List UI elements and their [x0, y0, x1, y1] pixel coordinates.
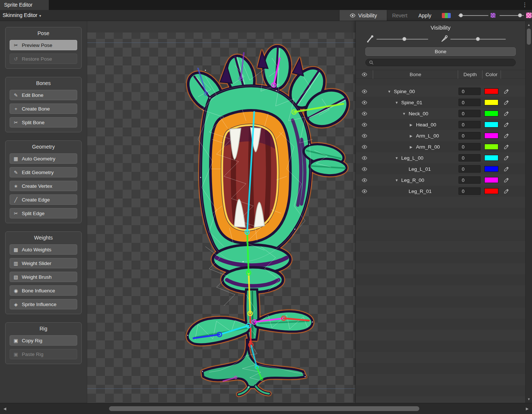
depth-field[interactable]: 0: [458, 121, 481, 128]
vertical-scrollbar[interactable]: ▲ ▼: [525, 21, 532, 403]
apply-button[interactable]: Apply: [414, 10, 436, 21]
bone-color-swatch[interactable]: [484, 166, 498, 172]
scroll-left-arrow[interactable]: ◀: [1, 403, 9, 414]
depth-field[interactable]: 0: [458, 143, 481, 150]
depth-field[interactable]: 0: [458, 154, 481, 162]
bone-color-picker[interactable]: [501, 166, 525, 172]
foldout-open-icon[interactable]: ▼: [395, 156, 401, 160]
bone-color-picker[interactable]: [501, 189, 525, 194]
bone-color-picker[interactable]: [501, 122, 525, 127]
split-edge-button[interactable]: ✂Split Edge: [10, 208, 77, 218]
auto-weights-button[interactable]: ▩Auto Weights: [10, 244, 77, 255]
bone-search-input[interactable]: [376, 60, 512, 65]
bone-color-swatch[interactable]: [484, 88, 498, 94]
paste-rig-button[interactable]: ▣Paste Rig: [10, 349, 77, 359]
bone-color-picker[interactable]: [501, 155, 525, 160]
kebab-menu-icon[interactable]: ⋮: [522, 0, 528, 10]
mesh-opacity-slider[interactable]: [450, 39, 506, 40]
alpha-slider-handle[interactable]: [459, 13, 463, 17]
rgb-channels-icon[interactable]: [442, 13, 451, 18]
mesh-opacity-slider-handle[interactable]: [476, 37, 480, 41]
bone-name[interactable]: Leg_L_00: [401, 155, 423, 161]
mip-slider[interactable]: [499, 15, 524, 16]
copy-rig-button[interactable]: ▣Copy Rig: [10, 335, 77, 346]
color-swatch-icon[interactable]: [491, 13, 495, 18]
scroll-up-arrow[interactable]: ▲: [526, 22, 532, 28]
vertical-scroll-thumb[interactable]: [527, 28, 531, 45]
bone-name[interactable]: Spine_00: [394, 89, 415, 94]
foldout-closed-icon[interactable]: ▶: [410, 123, 416, 127]
visibility-eye-toggle[interactable]: [356, 89, 373, 94]
visibility-eye-toggle[interactable]: [356, 101, 373, 105]
create-vertex-button[interactable]: ∗Create Vertex: [10, 181, 77, 191]
create-edge-button[interactable]: ╱Create Edge: [10, 194, 77, 205]
foldout-open-icon[interactable]: ▼: [395, 178, 401, 182]
auto-geometry-button[interactable]: ▦Auto Geometry: [10, 153, 77, 164]
bone-opacity-slider[interactable]: [376, 39, 428, 40]
restore-pose-button[interactable]: ↺Restore Pose: [10, 54, 77, 64]
depth-field[interactable]: 0: [458, 165, 481, 173]
bone-color-picker[interactable]: [501, 111, 525, 116]
bone-opacity-slider-handle[interactable]: [402, 37, 406, 41]
visibility-eye-toggle[interactable]: [356, 145, 373, 149]
texture-preview-icon[interactable]: [526, 13, 532, 18]
visibility-eye-toggle[interactable]: [356, 134, 373, 138]
bone-color-swatch[interactable]: [484, 133, 498, 139]
bone-name[interactable]: Leg_R_01: [409, 189, 432, 194]
bone-name[interactable]: Neck_00: [409, 111, 428, 116]
visibility-eye-toggle[interactable]: [356, 178, 373, 182]
column-header-depth[interactable]: Depth: [458, 70, 482, 79]
depth-field[interactable]: 0: [458, 110, 481, 117]
bone-color-swatch[interactable]: [484, 122, 498, 128]
foldout-open-icon[interactable]: ▼: [388, 89, 394, 94]
visibility-eye-toggle[interactable]: [356, 156, 373, 160]
split-bone-button[interactable]: ✂Split Bone: [10, 117, 77, 128]
visibility-eye-toggle[interactable]: [356, 112, 373, 116]
bone-color-swatch[interactable]: [484, 155, 498, 161]
edit-bone-button[interactable]: ✎Edit Bone: [10, 90, 77, 100]
sprite-editor-tab[interactable]: Sprite Editor: [0, 0, 49, 10]
scroll-down-arrow[interactable]: ▼: [526, 396, 532, 402]
bone-color-swatch[interactable]: [484, 111, 498, 116]
foldout-closed-icon[interactable]: ▶: [410, 145, 416, 149]
depth-field[interactable]: 0: [458, 132, 481, 139]
mip-slider-handle[interactable]: [518, 13, 522, 17]
bone-color-picker[interactable]: [501, 100, 525, 105]
scroll-right-arrow[interactable]: ▶: [523, 403, 531, 414]
revert-button[interactable]: Revert: [388, 10, 412, 21]
visibility-toggle-button[interactable]: Visibility: [339, 10, 387, 21]
bone-color-picker[interactable]: [501, 144, 525, 149]
bone-name[interactable]: Arm_L_00: [416, 133, 439, 139]
bone-color-swatch[interactable]: [484, 99, 498, 105]
depth-field[interactable]: 0: [458, 88, 481, 95]
mode-dropdown[interactable]: Skinning Editor▾: [3, 10, 41, 21]
visibility-eye-toggle[interactable]: [356, 167, 373, 171]
preview-pose-button[interactable]: ✂Preview Pose: [10, 40, 77, 50]
bone-name[interactable]: Leg_L_01: [409, 166, 431, 172]
bone-tab-button[interactable]: Bone: [365, 47, 516, 56]
bone-name[interactable]: Leg_R_00: [401, 177, 424, 183]
bone-influence-button[interactable]: ◉Bone Influence: [10, 285, 77, 296]
bone-color-swatch[interactable]: [484, 177, 498, 183]
bone-color-picker[interactable]: [501, 133, 525, 138]
bone-name[interactable]: Head_00: [416, 122, 436, 128]
sprite-canvas[interactable]: [87, 21, 355, 403]
weight-slider-button[interactable]: ▥Weight Slider: [10, 258, 77, 268]
visibility-eye-toggle[interactable]: [356, 189, 373, 193]
depth-field[interactable]: 0: [458, 176, 481, 184]
bone-color-swatch[interactable]: [484, 144, 498, 150]
bone-name[interactable]: Spine_01: [401, 100, 422, 105]
bone-color-picker[interactable]: [501, 177, 525, 183]
bone-color-picker[interactable]: [501, 89, 525, 94]
sprite-influence-button[interactable]: ◈Sprite Influence: [10, 299, 77, 309]
bone-name[interactable]: Arm_R_00: [416, 144, 440, 150]
alpha-slider[interactable]: [458, 15, 488, 16]
depth-field[interactable]: 0: [458, 187, 481, 195]
foldout-closed-icon[interactable]: ▶: [410, 134, 416, 138]
create-bone-button[interactable]: +Create Bone: [10, 104, 77, 114]
visibility-eye-toggle[interactable]: [356, 123, 373, 127]
horizontal-scroll-thumb[interactable]: [109, 406, 419, 411]
column-header-color[interactable]: Color: [482, 70, 501, 79]
edit-geometry-button[interactable]: ✎Edit Geometry: [10, 167, 77, 177]
bone-color-swatch[interactable]: [484, 188, 498, 194]
